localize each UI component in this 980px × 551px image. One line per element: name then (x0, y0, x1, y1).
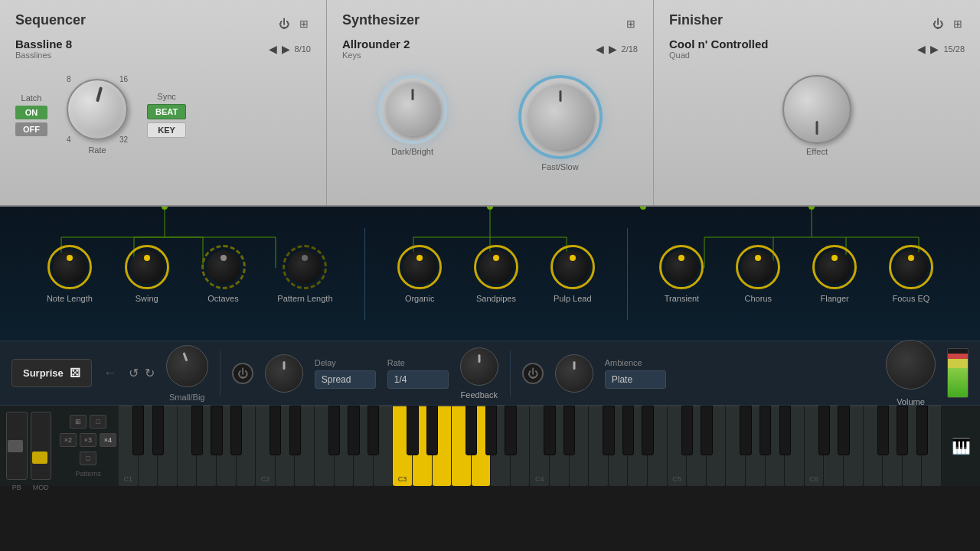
sequencer-next-arrow[interactable]: ▶ (282, 43, 290, 55)
swing-knob[interactable] (125, 245, 169, 289)
octaves-knob[interactable] (201, 245, 246, 289)
sync-beat-button[interactable]: BEAT (147, 104, 186, 119)
latch-on-button[interactable]: ON (15, 106, 47, 119)
undo-button[interactable]: ↺ (129, 366, 139, 380)
delay-select[interactable]: Spread (315, 370, 376, 389)
black-key[interactable] (152, 406, 164, 455)
key-label: C5 (672, 475, 681, 483)
black-key[interactable] (230, 406, 242, 455)
black-key[interactable] (328, 406, 340, 455)
synthesizer-next-arrow[interactable]: ▶ (609, 43, 617, 55)
chorus-knob[interactable] (736, 245, 780, 289)
small-big-knob[interactable] (166, 345, 208, 387)
ambience-knob[interactable] (555, 354, 593, 393)
sequencer-prev-arrow[interactable]: ◀ (269, 43, 277, 55)
dark-bright-knob[interactable] (378, 75, 447, 144)
effect-knob[interactable] (782, 75, 851, 144)
sequencer-preset-count: 8/10 (295, 44, 311, 54)
volume-knob[interactable] (886, 340, 936, 390)
flanger-knob[interactable] (812, 245, 857, 289)
black-key[interactable] (132, 406, 144, 455)
black-key[interactable] (544, 406, 555, 455)
black-key[interactable] (916, 406, 928, 455)
rate-select[interactable]: 1/4 (387, 370, 449, 389)
pulp-lead-knob[interactable] (550, 245, 595, 289)
synthesizer-prev-arrow[interactable]: ◀ (596, 43, 604, 55)
pattern-x4-btn[interactable]: ×4 (100, 433, 116, 447)
black-key[interactable] (603, 406, 614, 455)
pattern-small-sq-btn[interactable]: □ (80, 452, 96, 465)
transient-knob[interactable] (659, 245, 704, 289)
organic-knob[interactable] (397, 245, 442, 289)
volume-bar-green (948, 368, 968, 397)
piano-keyboard[interactable]: C1C2C3C4C5C6 (119, 406, 942, 486)
black-key[interactable] (289, 406, 301, 455)
sync-key-button[interactable]: KEY (147, 122, 186, 138)
dark-bright-label: Dark/Bright (391, 147, 433, 156)
pattern-square-btn[interactable]: □ (90, 415, 106, 429)
redo-button[interactable]: ↻ (145, 366, 155, 380)
black-key[interactable] (564, 406, 575, 455)
black-key[interactable] (211, 406, 222, 455)
pattern-length-knob[interactable] (283, 245, 327, 289)
black-key[interactable] (740, 406, 751, 455)
black-key[interactable] (897, 406, 908, 455)
midi-icon[interactable]: 🎹 (942, 406, 980, 486)
black-key[interactable] (622, 406, 634, 455)
sequencer-grid-icon[interactable]: ⊞ (297, 17, 311, 31)
mod-slider[interactable]: MOD (31, 412, 52, 480)
rate-knob[interactable] (67, 79, 128, 140)
divider-1 (364, 228, 365, 320)
black-key[interactable] (760, 406, 771, 455)
keyboard-section: PB MOD ⊞ □ ×2 ×3 ×4 □ Patterns (0, 406, 980, 486)
pb-thumb (8, 440, 23, 452)
ambience-select[interactable]: Plate (605, 370, 666, 389)
black-key[interactable] (838, 406, 849, 455)
black-key[interactable] (818, 406, 830, 455)
left-arrow-icon: ← (103, 365, 117, 381)
black-key[interactable] (505, 406, 516, 455)
synthesizer-grid-icon[interactable]: ⊞ (624, 17, 638, 31)
finisher-preset-category: Quad (669, 51, 768, 60)
black-key[interactable] (485, 406, 497, 455)
surprise-button[interactable]: Surprise ⚄ (11, 359, 92, 387)
black-key[interactable] (368, 406, 379, 455)
sequencer-power-icon[interactable]: ⏻ (277, 17, 291, 31)
black-key[interactable] (466, 406, 477, 455)
finisher-prev-arrow[interactable]: ◀ (917, 43, 926, 55)
finisher-power-icon[interactable]: ⏻ (931, 17, 945, 31)
mod-thumb (32, 452, 47, 464)
fast-slow-label: Fast/Slow (541, 162, 578, 171)
finisher-grid-icon[interactable]: ⊞ (951, 17, 965, 31)
black-key[interactable] (779, 406, 791, 455)
pb-slider[interactable]: PB (6, 412, 28, 480)
rate-control: Rate 1/4 (387, 358, 449, 389)
black-key[interactable] (191, 406, 203, 455)
volume-bar-yellow (948, 359, 968, 369)
black-key[interactable] (270, 406, 281, 455)
small-big-label: Small/Big (169, 393, 204, 402)
black-key[interactable] (701, 406, 712, 455)
latch-off-button[interactable]: OFF (15, 122, 47, 136)
black-key[interactable] (348, 406, 359, 455)
black-key[interactable] (877, 406, 889, 455)
pattern-x3-btn[interactable]: ×3 (80, 433, 96, 447)
finisher-next-arrow[interactable]: ▶ (930, 43, 939, 55)
pattern-icon-btn[interactable]: ⊞ (70, 415, 87, 429)
ambience-power-button[interactable]: ⏻ (522, 363, 544, 384)
delay-power-button[interactable]: ⏻ (232, 363, 253, 384)
synthesizer-title: Synthesizer (342, 12, 420, 28)
note-length-knob[interactable] (47, 245, 92, 289)
focus-eq-knob[interactable] (889, 245, 933, 289)
note-length-knob-item: Note Length (47, 245, 93, 303)
black-key[interactable] (681, 406, 693, 455)
fast-slow-knob[interactable] (518, 75, 603, 159)
feedback-knob[interactable] (460, 347, 498, 386)
delay-spread-knob[interactable] (265, 354, 303, 393)
black-key[interactable] (426, 406, 438, 455)
black-key[interactable] (407, 406, 418, 455)
pattern-x2-btn[interactable]: ×2 (60, 433, 77, 447)
black-key[interactable] (642, 406, 653, 455)
bottom-controls: Surprise ⚄ ← ↺ ↻ Small/Big ⏻ Delay Sprea… (0, 341, 980, 406)
sandpipes-knob[interactable] (474, 245, 518, 289)
